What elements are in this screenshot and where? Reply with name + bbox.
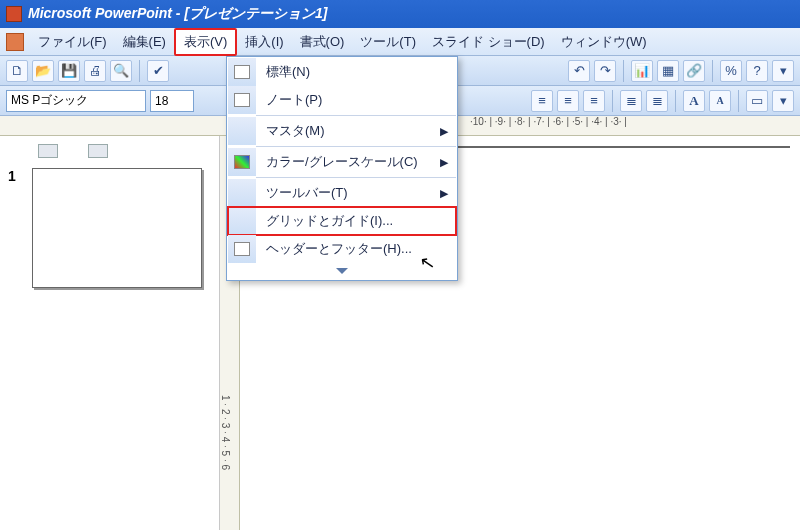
separator — [738, 90, 739, 112]
menu-tools[interactable]: ツール(T) — [352, 30, 424, 54]
menu-format[interactable]: 書式(O) — [292, 30, 353, 54]
menu-item-label: マスタ(M) — [256, 122, 440, 140]
color-grayscale-icon — [234, 155, 250, 169]
print-button[interactable]: 🖨 — [84, 60, 106, 82]
menu-separator — [256, 115, 456, 116]
redo-button[interactable]: ↷ — [594, 60, 616, 82]
zoom-button[interactable]: % — [720, 60, 742, 82]
app-menu-icon[interactable] — [6, 33, 24, 51]
more-button[interactable]: ▾ — [772, 60, 794, 82]
separator — [139, 60, 140, 82]
outline-pane[interactable]: 1 — [0, 136, 220, 530]
title-bar: Microsoft PowerPoint - [プレゼンテーション1] — [0, 0, 800, 28]
submenu-arrow-icon: ▶ — [440, 156, 456, 169]
slide-number: 1 — [8, 168, 16, 184]
menu-window[interactable]: ウィンドウ(W) — [553, 30, 655, 54]
preview-button[interactable]: 🔍 — [110, 60, 132, 82]
font-size-combo[interactable]: 18 — [150, 90, 194, 112]
menu-item-toolbars[interactable]: ツールバー(T) ▶ — [228, 179, 456, 207]
slide-thumbnail[interactable] — [32, 168, 202, 288]
window-title: Microsoft PowerPoint - [プレゼンテーション1] — [28, 5, 327, 23]
menu-separator — [256, 177, 456, 178]
align-center-button[interactable]: ≡ — [557, 90, 579, 112]
more-format-button[interactable]: ▾ — [772, 90, 794, 112]
font-name-combo[interactable]: MS Pゴシック — [6, 90, 146, 112]
separator — [612, 90, 613, 112]
menu-item-label: カラー/グレースケール(C) — [256, 153, 440, 171]
menu-item-label: 標準(N) — [256, 63, 456, 81]
align-right-button[interactable]: ≡ — [583, 90, 605, 112]
menu-item-label: ノート(P) — [256, 91, 456, 109]
tab-slides[interactable] — [88, 144, 108, 158]
tab-outline[interactable] — [38, 144, 58, 158]
spellcheck-button[interactable]: ✔ — [147, 60, 169, 82]
menu-item-label: ツールバー(T) — [256, 184, 440, 202]
table-button[interactable]: ▦ — [657, 60, 679, 82]
font-name-value: MS Pゴシック — [11, 92, 88, 109]
menu-insert[interactable]: 挿入(I) — [237, 30, 291, 54]
chevron-down-icon — [336, 268, 348, 274]
menu-item-master[interactable]: マスタ(M) ▶ — [228, 117, 456, 145]
new-button[interactable]: 🗋 — [6, 60, 28, 82]
separator — [623, 60, 624, 82]
design-button[interactable]: ▭ — [746, 90, 768, 112]
normal-view-icon — [234, 65, 250, 79]
align-left-button[interactable]: ≡ — [531, 90, 553, 112]
submenu-arrow-icon: ▶ — [440, 187, 456, 200]
outline-tabs — [8, 144, 211, 162]
menu-separator — [256, 146, 456, 147]
decrease-font-button[interactable]: A — [709, 90, 731, 112]
menu-item-label: グリッドとガイド(I)... — [256, 212, 456, 230]
menu-item-grid-and-guides[interactable]: グリッドとガイド(I)... — [228, 207, 456, 235]
menu-slideshow[interactable]: スライド ショー(D) — [424, 30, 553, 54]
menu-file[interactable]: ファイル(F) — [30, 30, 115, 54]
menu-edit[interactable]: 編集(E) — [115, 30, 174, 54]
font-size-value: 18 — [155, 94, 168, 108]
undo-button[interactable]: ↶ — [568, 60, 590, 82]
menu-item-normal[interactable]: 標準(N) — [228, 58, 456, 86]
separator — [712, 60, 713, 82]
menu-item-notes[interactable]: ノート(P) — [228, 86, 456, 114]
menu-item-color[interactable]: カラー/グレースケール(C) ▶ — [228, 148, 456, 176]
menu-view[interactable]: 表示(V) — [174, 28, 237, 56]
bullets-button[interactable]: ≣ — [620, 90, 642, 112]
header-footer-icon — [234, 242, 250, 256]
increase-font-button[interactable]: A — [683, 90, 705, 112]
numbering-button[interactable]: ≣ — [646, 90, 668, 112]
submenu-arrow-icon: ▶ — [440, 125, 456, 138]
help-button[interactable]: ? — [746, 60, 768, 82]
chart-button[interactable]: 📊 — [631, 60, 653, 82]
hyperlink-button[interactable]: 🔗 — [683, 60, 705, 82]
view-menu-dropdown: 標準(N) ノート(P) マスタ(M) ▶ カラー/グレースケール(C) ▶ ツ… — [226, 56, 458, 281]
app-icon — [6, 6, 22, 22]
notes-view-icon — [234, 93, 250, 107]
save-button[interactable]: 💾 — [58, 60, 80, 82]
separator — [675, 90, 676, 112]
menu-bar: ファイル(F) 編集(E) 表示(V) 挿入(I) 書式(O) ツール(T) ス… — [0, 28, 800, 56]
open-button[interactable]: 📂 — [32, 60, 54, 82]
